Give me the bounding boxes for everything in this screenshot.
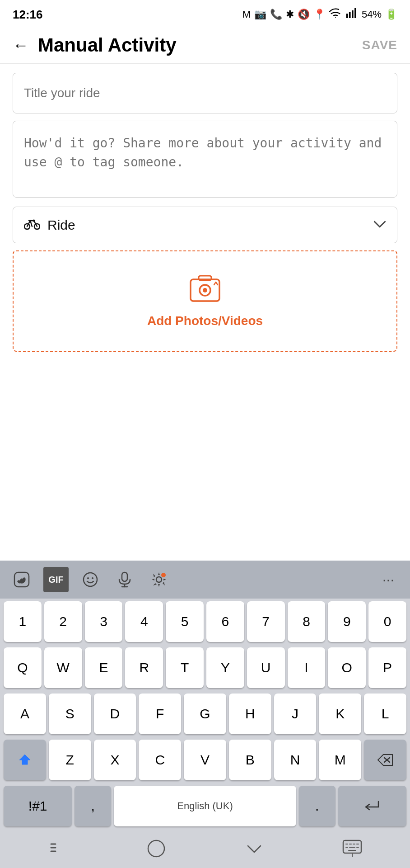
svg-rect-0	[346, 14, 348, 18]
key-y[interactable]: Y	[206, 647, 244, 688]
sticker-icon[interactable]	[9, 567, 34, 592]
battery-status: 54%	[362, 9, 382, 20]
key-h[interactable]: H	[229, 693, 271, 734]
backspace-key[interactable]	[364, 740, 406, 780]
bottom-row: !#1 , English (UK) .	[0, 783, 410, 829]
key-5[interactable]: 5	[166, 601, 204, 642]
wifi-icon	[329, 8, 342, 21]
keyboard-toggle-button[interactable]	[334, 837, 370, 860]
bottom-nav	[0, 829, 410, 868]
key-0[interactable]: 0	[368, 601, 406, 642]
key-k[interactable]: K	[319, 693, 361, 734]
add-media-label: Add Photos/Videos	[147, 314, 263, 328]
keyboard-toolbar: GIF ···	[0, 561, 410, 599]
key-i[interactable]: I	[288, 647, 326, 688]
status-icons: M 📷 📞 ✱ 🔇 📍 54% 🔋	[242, 8, 397, 21]
photo-icon	[189, 274, 221, 307]
key-m[interactable]: M	[319, 740, 361, 780]
key-x[interactable]: X	[94, 740, 136, 780]
key-p[interactable]: P	[368, 647, 406, 688]
header: ← Manual Activity SAVE	[0, 27, 410, 64]
more-options-icon[interactable]: ···	[376, 567, 401, 592]
status-time: 12:16	[13, 8, 43, 22]
back-nav-button[interactable]	[236, 837, 272, 860]
svg-point-18	[156, 577, 162, 582]
svg-point-25	[148, 840, 164, 857]
add-media-button[interactable]: Add Photos/Videos	[13, 250, 397, 352]
svg-rect-10	[199, 276, 211, 280]
svg-point-19	[161, 573, 166, 577]
special-key[interactable]: !#1	[4, 786, 72, 826]
gmail-icon: M	[242, 9, 251, 20]
svg-rect-3	[354, 8, 356, 18]
key-3[interactable]: 3	[85, 601, 123, 642]
key-2[interactable]: 2	[44, 601, 82, 642]
settings-icon[interactable]	[146, 567, 172, 592]
key-a[interactable]: A	[4, 693, 46, 734]
key-8[interactable]: 8	[288, 601, 326, 642]
activity-type-left: Ride	[24, 217, 75, 233]
key-c[interactable]: C	[139, 740, 181, 780]
mute-icon: 🔇	[298, 9, 310, 20]
content-area: Ride Add Photos/Videos	[0, 64, 410, 352]
shift-key[interactable]	[4, 740, 46, 780]
chevron-down-icon	[373, 218, 386, 232]
svg-point-9	[203, 288, 207, 292]
svg-point-14	[92, 577, 93, 579]
period-key[interactable]: .	[299, 786, 335, 826]
key-f[interactable]: F	[139, 693, 181, 734]
key-w[interactable]: W	[44, 647, 82, 688]
key-n[interactable]: N	[274, 740, 317, 780]
page-title: Manual Activity	[38, 34, 362, 56]
enter-key[interactable]	[338, 786, 406, 826]
svg-point-6	[33, 220, 35, 222]
key-j[interactable]: J	[274, 693, 317, 734]
description-input[interactable]	[13, 121, 397, 198]
signal-icon	[345, 8, 358, 21]
key-s[interactable]: S	[49, 693, 91, 734]
key-1[interactable]: 1	[4, 601, 42, 642]
key-7[interactable]: 7	[247, 601, 285, 642]
key-9[interactable]: 9	[328, 601, 366, 642]
zxcv-row: Z X C V B N M	[0, 737, 410, 783]
key-t[interactable]: T	[166, 647, 204, 688]
title-input[interactable]	[13, 73, 397, 113]
gif-button[interactable]: GIF	[43, 567, 69, 592]
phone-icon: 📞	[270, 9, 282, 20]
key-g[interactable]: G	[184, 693, 226, 734]
activity-type-selector[interactable]: Ride	[13, 207, 397, 243]
asdf-row: A S D F G H J K L	[0, 691, 410, 737]
key-b[interactable]: B	[229, 740, 271, 780]
key-v[interactable]: V	[184, 740, 226, 780]
key-e[interactable]: E	[85, 647, 123, 688]
key-6[interactable]: 6	[206, 601, 244, 642]
svg-rect-1	[349, 12, 351, 18]
key-4[interactable]: 4	[125, 601, 163, 642]
mic-icon[interactable]	[112, 567, 137, 592]
menu-button[interactable]	[40, 837, 76, 860]
emoji-icon[interactable]	[78, 567, 103, 592]
key-u[interactable]: U	[247, 647, 285, 688]
key-z[interactable]: Z	[49, 740, 91, 780]
activity-type-label: Ride	[47, 217, 75, 233]
key-q[interactable]: Q	[4, 647, 42, 688]
back-button[interactable]: ←	[13, 36, 29, 55]
svg-point-12	[84, 573, 97, 586]
key-r[interactable]: R	[125, 647, 163, 688]
number-row: 1 2 3 4 5 6 7 8 9 0	[0, 599, 410, 645]
save-button[interactable]: SAVE	[362, 38, 397, 52]
comma-key[interactable]: ,	[75, 786, 111, 826]
status-bar: 12:16 M 📷 📞 ✱ 🔇 📍 54% 🔋	[0, 0, 410, 27]
keyboard: GIF ··· 1	[0, 561, 410, 868]
location-icon: 📍	[313, 9, 326, 20]
home-button[interactable]	[138, 837, 174, 860]
svg-point-13	[87, 577, 89, 579]
bluetooth-icon: ✱	[286, 9, 294, 20]
key-d[interactable]: D	[94, 693, 136, 734]
key-o[interactable]: O	[328, 647, 366, 688]
svg-rect-2	[352, 10, 354, 18]
battery-icon: 🔋	[385, 9, 397, 20]
key-l[interactable]: L	[364, 693, 406, 734]
space-key[interactable]: English (UK)	[114, 786, 296, 826]
svg-rect-15	[122, 572, 127, 581]
